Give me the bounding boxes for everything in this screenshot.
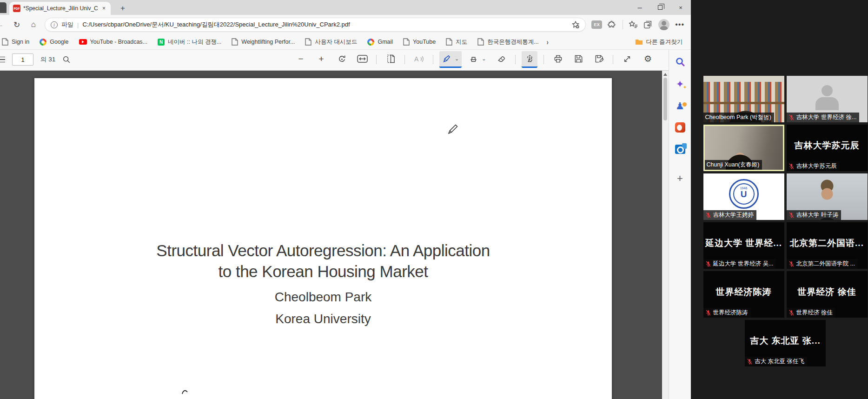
pdf-scrollbar[interactable]: [662, 71, 669, 399]
bookmark-item[interactable]: 사용자 대시보드: [300, 36, 362, 48]
participant-tile[interactable]: 吉林大学苏元辰吉林大学苏元辰: [787, 125, 868, 171]
print-button[interactable]: [550, 51, 566, 68]
bookmark-label: 네이버 :: 나의 경쟁...: [168, 38, 221, 46]
participant-name: 吉林大学 世界经济 徐...: [796, 113, 857, 121]
address-divider: |: [77, 21, 79, 28]
google-icon: [40, 39, 46, 46]
scroll-up-arrow-icon[interactable]: [663, 73, 667, 76]
participant-name-label: 吉林大学苏元辰: [787, 161, 840, 171]
bookmark-item[interactable]: Google: [34, 36, 73, 48]
extensions-puzzle-icon[interactable]: [608, 20, 617, 29]
sidebar-outlook-icon[interactable]: [673, 143, 687, 156]
slide-title: Structural Vector Autoregression: An App…: [34, 240, 612, 282]
tab-title: *Special_Lecture_Jilin Univ_CPark: [23, 5, 98, 12]
mic-muted-icon: [788, 212, 795, 218]
generic-page-icon: [232, 38, 238, 46]
save-as-button[interactable]: [591, 51, 607, 68]
participant-tile[interactable]: 世界经济 徐佳世界经济 徐佳: [787, 271, 868, 318]
zoom-in-button[interactable]: +: [313, 51, 329, 68]
page-number-input[interactable]: [12, 53, 33, 66]
collections-icon[interactable]: [643, 20, 653, 29]
participant-tile[interactable]: 吉林大学 叶子涛: [787, 173, 868, 220]
mic-muted-icon: [788, 114, 795, 120]
bookmark-item[interactable]: Weightlifting Perfor...: [226, 36, 300, 48]
read-aloud-button[interactable]: A: [411, 51, 427, 68]
restore-button[interactable]: [650, 0, 670, 15]
sidebar-add-icon[interactable]: +: [673, 172, 687, 185]
bookmark-item[interactable]: N네이버 :: 나의 경쟁...: [152, 36, 226, 48]
save-button[interactable]: [570, 51, 586, 68]
participant-name-label: 延边大学 世界经济 吴...: [703, 259, 776, 269]
bookmarks-bar: Sign inGoogleYouTube - Broadcas...N네이버 :…: [0, 34, 691, 50]
folder-icon: [635, 39, 643, 45]
draw-pen-tool[interactable]: ⌄: [439, 51, 462, 68]
back-icon[interactable]: ←: [0, 20, 6, 29]
participant-name-label: 世界经济 徐佳: [787, 308, 835, 318]
participant-tile[interactable]: 吉林大学 世界经济 徐...: [787, 76, 868, 122]
scrollbar-thumb[interactable]: [663, 78, 667, 120]
profile-avatar[interactable]: [658, 19, 669, 30]
avatar-silhouette-icon: [787, 85, 868, 110]
bookmarks-overflow-chevron[interactable]: ›: [544, 37, 551, 47]
new-tab-button[interactable]: +: [117, 3, 128, 14]
bookmark-item[interactable]: 지도: [441, 36, 472, 48]
favorites-icon[interactable]: [629, 20, 638, 29]
browser-tab-active[interactable]: PDF *Special_Lecture_Jilin Univ_CPark ×: [9, 2, 111, 15]
pen-options-chevron[interactable]: ⌄: [455, 56, 459, 62]
participant-name: Cheolbeom Park (박철범): [705, 113, 771, 121]
pdf-page[interactable]: Structural Vector Autoregression: An App…: [34, 78, 612, 399]
add-favorite-icon[interactable]: [571, 20, 580, 29]
address-bar[interactable]: i 파일 | C:/Users/cbpar/OneDrive/문서/KU_tea…: [45, 18, 586, 32]
minimize-button[interactable]: ─: [629, 0, 650, 15]
home-icon[interactable]: ⌂: [28, 20, 39, 29]
tab-close-icon[interactable]: ×: [101, 5, 107, 12]
hand-tool[interactable]: [522, 51, 537, 68]
sidebar-games-icon[interactable]: ♟: [673, 99, 687, 112]
participant-name-label: 吉林大学 叶子涛: [787, 210, 841, 220]
participant-tile[interactable]: Cheolbeom Park (박철범): [703, 76, 784, 122]
participant-tile[interactable]: 1946U吉林大学王娉婷: [703, 173, 784, 220]
pdf-menu-icon[interactable]: [0, 57, 5, 63]
pdf-settings-gear-icon[interactable]: ⚙: [640, 51, 656, 68]
settings-menu-icon[interactable]: •••: [675, 20, 684, 29]
bookmark-label: YouTube - Broadcas...: [90, 39, 147, 45]
participant-name-label: 吉林大学 世界经济 徐...: [787, 113, 860, 122]
rotate-button[interactable]: [334, 51, 350, 68]
refresh-icon[interactable]: ↻: [11, 20, 22, 30]
sidebar-office-icon[interactable]: [673, 121, 687, 134]
eraser-tool[interactable]: [493, 51, 509, 68]
bookmark-item[interactable]: Sign in: [0, 36, 34, 48]
highlighter-tool[interactable]: ⌄: [466, 51, 489, 68]
participant-name-label: 世界经济陈涛: [703, 308, 751, 318]
participant-name: 世界经济陈涛: [713, 309, 748, 317]
participant-tile[interactable]: 北京第二外国语...北京第二外国语学院 ...: [787, 222, 868, 269]
participant-name-label: Cheolbeom Park (박철범): [703, 113, 774, 122]
pen-cursor-icon: [447, 124, 458, 135]
bookmark-item[interactable]: Gmail: [362, 36, 398, 48]
fullscreen-button[interactable]: [619, 51, 635, 68]
close-button[interactable]: ×: [670, 0, 691, 15]
participant-name: 延边大学 世界经济 吴...: [713, 260, 774, 268]
participant-tile[interactable]: 吉大 东北亚 张...吉大 东北亚 张任飞: [745, 320, 826, 366]
other-favorites-folder[interactable]: 다른 즐겨찾기: [632, 38, 685, 46]
participant-name: Chunji Xuan(玄春姬): [707, 161, 760, 169]
zoom-out-button[interactable]: −: [293, 51, 309, 68]
highlighter-options-chevron[interactable]: ⌄: [482, 56, 486, 62]
page-info-icon[interactable]: i: [51, 21, 58, 28]
bookmark-item[interactable]: YouTube: [398, 36, 441, 48]
sidebar-copilot-icon[interactable]: ✦: [673, 77, 687, 90]
participant-tile[interactable]: 延边大学 世界经...延边大学 世界经济 吴...: [703, 222, 784, 269]
address-url[interactable]: C:/Users/cbpar/OneDrive/문서/KU_teaching/길…: [82, 20, 568, 29]
extension-badge[interactable]: EX: [591, 20, 602, 29]
bookmark-label: 사용자 대시보드: [315, 38, 357, 46]
participant-grid: Cheolbeom Park (박철범)吉林大学 世界经济 徐...Chunji…: [702, 76, 868, 366]
participant-tile[interactable]: 世界经济陈涛世界经济陈涛: [703, 271, 784, 318]
page-view-button[interactable]: [383, 51, 398, 68]
participant-display-name: 延边大学 世界经...: [703, 222, 784, 264]
sidebar-search-icon[interactable]: [673, 55, 687, 68]
bookmark-item[interactable]: 한국은행경제통계...: [472, 36, 543, 48]
participant-tile[interactable]: Chunji Xuan(玄春姬): [703, 125, 784, 171]
bookmark-item[interactable]: YouTube - Broadcas...: [74, 36, 152, 48]
pdf-search-icon[interactable]: [62, 55, 71, 64]
fit-to-width-button[interactable]: [354, 51, 370, 68]
